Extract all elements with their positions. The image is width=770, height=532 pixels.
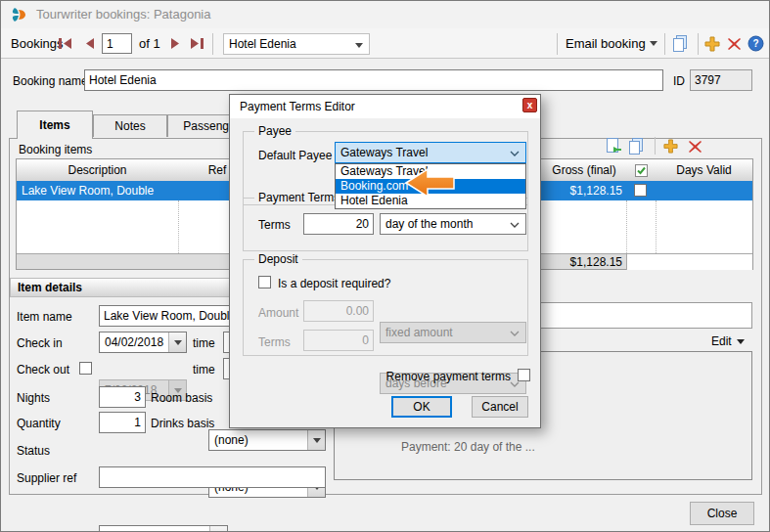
quantity-label: Quantity — [17, 417, 61, 430]
record-number-input[interactable]: 1 — [102, 33, 132, 54]
record-count-label: of 1 — [139, 36, 160, 51]
copy-booking-icon[interactable] — [671, 34, 690, 53]
bookings-label: Bookings — [11, 36, 63, 51]
booking-id-field: 3797 — [690, 69, 752, 91]
copy-item-icon[interactable] — [627, 137, 646, 155]
email-booking-button[interactable]: Email booking — [566, 36, 646, 51]
ok-button[interactable]: OK — [391, 396, 452, 418]
previous-record-icon[interactable] — [84, 37, 95, 50]
payment-terms-group-label: Payment Terms — [254, 192, 343, 203]
drinks-basis-label: Drinks basis — [151, 417, 214, 430]
email-booking-chevron-icon[interactable] — [650, 41, 657, 46]
title-bar: Tourwriter bookings: Patagonia — [1, 1, 769, 28]
check-out-checkbox[interactable] — [79, 362, 92, 375]
chevron-down-icon — [174, 340, 182, 345]
chevron-down-icon — [510, 381, 520, 387]
default-payee-combo[interactable]: Gateways Travel — [335, 142, 526, 163]
toolbar-separator — [212, 33, 213, 55]
deposit-required-label: Is a deposit required? — [278, 277, 390, 290]
check-out-time-label: time — [193, 363, 215, 377]
check-in-value: 04/02/2018 — [105, 335, 163, 349]
default-payee-value: Gateways Travel — [340, 146, 428, 159]
add-booking-icon[interactable] — [704, 36, 720, 52]
remove-payment-terms-checkbox[interactable] — [518, 369, 530, 381]
delete-item-icon[interactable] — [688, 140, 702, 154]
nights-label: Nights — [17, 391, 50, 405]
deposit-terms-input: 0 — [303, 330, 374, 351]
check-in-dropdown-button[interactable] — [168, 332, 186, 352]
column-header-description[interactable]: Description — [17, 159, 179, 181]
tab-notes-label: Notes — [114, 119, 145, 133]
supplier-ref-label: Supplier ref — [17, 471, 76, 485]
amount-value: 0.00 — [346, 304, 369, 318]
cancel-button[interactable]: Cancel — [472, 396, 528, 418]
check-out-label: Check out — [17, 363, 69, 377]
next-record-icon[interactable] — [170, 37, 181, 50]
chevron-down-icon — [510, 222, 520, 228]
terms-unit-combo[interactable]: day of the month — [380, 213, 526, 235]
booking-name-label: Booking name — [13, 74, 88, 88]
status-label: Status — [17, 444, 50, 458]
cancel-button-label: Cancel — [481, 400, 518, 414]
amount-unit-value: fixed amount — [385, 326, 453, 339]
add-item-from-template-icon[interactable] — [605, 137, 622, 155]
close-button[interactable]: Close — [690, 502, 754, 525]
tab-items-label: Items — [39, 118, 69, 132]
amount-input: 0.00 — [303, 300, 374, 322]
totals-days-valid-cell — [626, 254, 752, 270]
last-record-icon[interactable] — [189, 37, 204, 50]
chevron-down-icon — [313, 438, 321, 443]
orange-pointer-arrow-icon — [404, 167, 457, 199]
close-button-label: Close — [707, 507, 738, 520]
cell-included-checkbox[interactable] — [634, 184, 647, 197]
tab-notes[interactable]: Notes — [93, 114, 167, 137]
ok-button-label: OK — [413, 400, 430, 414]
first-record-icon[interactable] — [58, 37, 73, 50]
status-combo[interactable]: (none) — [99, 525, 228, 532]
tab-items[interactable]: Items — [17, 111, 93, 139]
amount-unit-combo: fixed amount — [380, 322, 526, 343]
column-header-days-valid[interactable]: Days Valid — [656, 159, 752, 181]
column-header-included[interactable] — [626, 159, 657, 181]
add-item-icon[interactable] — [663, 139, 678, 154]
email-booking-label: Email booking — [566, 36, 646, 51]
booking-select-combo[interactable]: Hotel Edenia — [223, 33, 370, 55]
quantity-value: 1 — [134, 416, 141, 429]
help-icon[interactable]: ? — [747, 35, 764, 52]
default-payee-label: Default Payee — [258, 149, 332, 162]
terms-value: 20 — [356, 217, 369, 231]
dialog-close-glyph: x — [527, 101, 533, 111]
grid-gridline — [626, 200, 627, 253]
supplier-ref-input[interactable] — [99, 466, 326, 488]
room-basis-dropdown-button[interactable] — [307, 430, 325, 450]
booking-name-input[interactable]: Hotel Edenia — [84, 69, 663, 91]
booking-id-label: ID — [673, 74, 685, 88]
room-basis-label: Room basis — [151, 391, 212, 405]
chevron-down-icon — [510, 331, 520, 336]
nights-input[interactable]: 3 — [99, 386, 146, 408]
grid-gridline — [656, 200, 657, 253]
terms-label: Terms — [258, 218, 291, 232]
window-title: Tourwriter bookings: Patagonia — [36, 8, 211, 22]
amount-label: Amount — [258, 306, 298, 320]
dialog-close-button[interactable]: x — [522, 98, 537, 112]
edit-menu-button[interactable]: Edit — [711, 334, 745, 348]
included-checkbox-icon — [635, 164, 648, 177]
delete-booking-icon[interactable] — [727, 37, 742, 51]
grid-toolbar-separator — [655, 137, 656, 155]
terms-input[interactable]: 20 — [303, 213, 374, 235]
status-dropdown-button[interactable] — [209, 526, 227, 532]
check-in-date-picker[interactable]: 04/02/2018 — [99, 332, 187, 353]
booking-items-caption: Booking items — [19, 143, 92, 156]
column-header-gross-final[interactable]: Gross (final) — [542, 159, 627, 181]
quantity-input[interactable]: 1 — [99, 412, 146, 433]
edit-menu-label: Edit — [711, 334, 732, 348]
dialog-title-bar[interactable]: Payment Terms Editor x — [230, 95, 540, 118]
deposit-terms-label: Terms — [258, 335, 291, 349]
item-name-value: Lake View Room, Double — [104, 309, 236, 323]
terms-unit-value: day of the month — [385, 217, 473, 231]
room-basis-combo[interactable]: (none) — [208, 429, 326, 451]
deposit-terms-value: 0 — [362, 333, 369, 347]
deposit-required-checkbox[interactable] — [258, 276, 271, 288]
tourwriter-window: Tourwriter bookings: Patagonia Bookings … — [0, 0, 770, 532]
